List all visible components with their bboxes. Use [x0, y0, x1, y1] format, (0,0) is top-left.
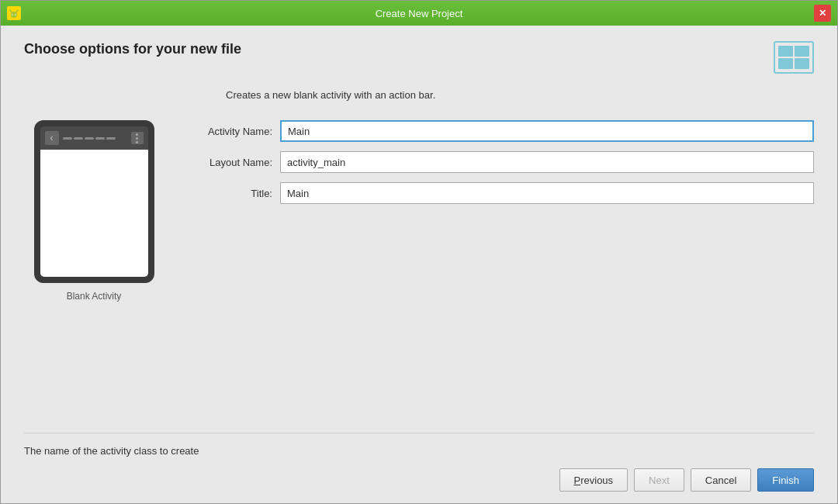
icon-cell-4 [795, 58, 809, 69]
title-bar: Create New Project ✕ [1, 1, 837, 26]
finish-label: Finish [772, 475, 799, 486]
window-title: Create New Project [376, 8, 463, 19]
separator-line [24, 433, 814, 433]
wavy-line-2 [74, 137, 83, 140]
icon-cell-1 [778, 46, 793, 57]
phone-screen [40, 150, 148, 277]
phone-mockup: ‹ [34, 120, 154, 283]
activity-name-input[interactable] [280, 120, 814, 142]
layout-name-row: Layout Name: [187, 151, 814, 173]
next-label: Next [649, 475, 670, 486]
cancel-label: Cancel [705, 475, 736, 486]
main-window: Create New Project ✕ Choose options for … [0, 0, 838, 504]
dot-1 [136, 133, 138, 136]
wavy-line-5 [106, 137, 116, 140]
phone-menu-dots [131, 132, 144, 144]
title-row: Title: [187, 182, 814, 204]
phone-nav-button: ‹ [45, 131, 59, 145]
title-bar-controls: ✕ [814, 5, 831, 22]
svg-point-4 [15, 14, 16, 15]
page-header: Choose options for your new file [1, 26, 837, 81]
svg-point-3 [12, 14, 12, 15]
main-area: Creates a new blank activity with an act… [1, 81, 837, 425]
footer: Previous Next Cancel Finish [1, 461, 837, 503]
svg-line-1 [10, 10, 12, 12]
icon-cell-2 [795, 46, 809, 57]
layout-icon [774, 41, 814, 74]
phone-action-bar: ‹ [40, 126, 148, 150]
dot-3 [136, 141, 138, 143]
android-icon [7, 6, 21, 20]
description-text: Creates a new blank activity with an act… [226, 89, 814, 101]
form-area: ‹ [24, 120, 814, 302]
cancel-button[interactable]: Cancel [691, 468, 751, 492]
icon-cell-3 [778, 58, 793, 69]
previous-label: Previous [574, 475, 614, 486]
wavy-line-1 [63, 137, 72, 140]
page-title: Choose options for your new file [24, 41, 241, 57]
dot-2 [136, 137, 138, 140]
phone-wavy-lines [63, 137, 127, 140]
title-bar-left [7, 6, 21, 20]
form-fields: Activity Name: Layout Name: Title: [187, 120, 814, 204]
finish-button[interactable]: Finish [757, 468, 814, 492]
previous-button[interactable]: Previous [559, 468, 628, 492]
activity-name-row: Activity Name: [187, 120, 814, 142]
layout-name-input[interactable] [280, 151, 814, 173]
preview-panel: ‹ [24, 120, 164, 302]
content-area: Choose options for your new file Creates… [1, 26, 837, 503]
activity-name-label: Activity Name: [187, 126, 272, 137]
next-button[interactable]: Next [634, 468, 684, 492]
close-button[interactable]: ✕ [814, 5, 831, 22]
title-label: Title: [187, 188, 272, 199]
wavy-line-4 [95, 137, 105, 140]
preview-label: Blank Activity [67, 291, 122, 302]
wavy-line-3 [85, 137, 94, 140]
bottom-hint: The name of the activity class to create [1, 441, 837, 461]
layout-name-label: Layout Name: [187, 157, 272, 168]
svg-line-2 [16, 10, 18, 12]
title-input[interactable] [280, 182, 814, 204]
